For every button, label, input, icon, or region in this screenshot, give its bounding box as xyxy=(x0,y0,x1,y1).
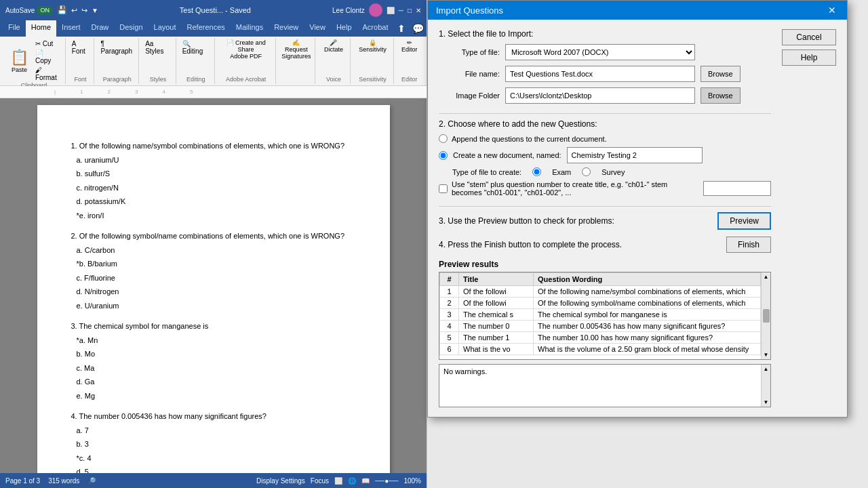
sensitivity-button[interactable]: 🔒 Sensitivity xyxy=(356,39,389,53)
display-settings-btn[interactable]: Display Settings xyxy=(256,477,305,485)
minimize-btn[interactable]: ─ xyxy=(399,7,403,14)
ribbon-toggle-icon[interactable]: ⬜ xyxy=(387,7,395,14)
finish-button[interactable]: Finish xyxy=(726,237,771,253)
stem-checkbox[interactable] xyxy=(439,184,448,193)
dialog-content-area: 1. Select the file to Import: Type of fi… xyxy=(428,20,847,417)
table-row: 6 What is the vo What is the volume of a… xyxy=(440,344,770,355)
warnings-scrollbar[interactable]: ▲ ▼ xyxy=(761,365,770,407)
scroll-thumb[interactable] xyxy=(763,309,770,323)
exam-radio[interactable] xyxy=(532,167,541,176)
paste-icon: 📋 xyxy=(10,49,28,66)
table-scrollbar[interactable]: ▲ ▼ xyxy=(761,272,770,359)
warnings-scroll-up[interactable]: ▲ xyxy=(762,365,770,373)
row-wording: What is the volume of a 2.50 gram block … xyxy=(534,344,761,355)
file-browse-button[interactable]: Browse xyxy=(701,66,741,82)
tab-help[interactable]: Help xyxy=(331,20,357,37)
tab-file[interactable]: File xyxy=(3,20,26,37)
comments-icon[interactable]: 💬 xyxy=(410,20,427,37)
file-type-select[interactable]: Microsoft Word 2007 (DOCX) xyxy=(505,44,695,60)
save-icon[interactable]: 💾 xyxy=(57,5,67,15)
copy-button[interactable]: 📄 Copy xyxy=(33,49,61,65)
row-wording: The chemical symbol for manganese is xyxy=(534,309,761,321)
q2-answer-c: c. F/fluorine xyxy=(77,272,356,284)
file-name-input[interactable] xyxy=(505,66,695,82)
styles-group: Aa Styles Styles xyxy=(140,38,176,84)
tab-draw[interactable]: Draw xyxy=(86,20,115,37)
create-radio[interactable] xyxy=(439,151,448,160)
file-name-label: File name: xyxy=(439,70,500,78)
warnings-scroll-down[interactable]: ▼ xyxy=(762,398,770,407)
image-folder-input[interactable] xyxy=(505,87,695,104)
row-title: The number 1 xyxy=(459,332,534,344)
q3-answer-c: c. Ma xyxy=(77,363,356,374)
word-document-area[interactable]: 1. Of the following name/symbol combinat… xyxy=(0,98,427,473)
row-num: 2 xyxy=(440,298,459,309)
editor-button[interactable]: ✏ Editor xyxy=(399,39,420,53)
share-icon[interactable]: ⬆ xyxy=(393,20,410,37)
survey-radio[interactable] xyxy=(582,167,591,176)
tab-references[interactable]: References xyxy=(182,20,231,37)
preview-button[interactable]: Preview xyxy=(717,212,771,230)
cancel-button[interactable]: Cancel xyxy=(782,29,836,45)
sensitivity-label: Sensitivity xyxy=(359,76,387,83)
format-painter-button[interactable]: 🖌 Format xyxy=(33,66,61,82)
styles-button[interactable]: Aa Styles xyxy=(144,39,171,56)
dialog-titlebar: Import Questions ✕ xyxy=(428,1,847,20)
append-radio[interactable] xyxy=(439,134,448,143)
focus-btn[interactable]: Focus xyxy=(311,477,329,485)
stem-input[interactable] xyxy=(703,181,771,196)
tab-mailings[interactable]: Mailings xyxy=(231,20,269,37)
word-titlebar: AutoSave ON 💾 ↩ ↪ ▼ Test Questi... - Sav… xyxy=(0,0,427,20)
document-name-input[interactable] xyxy=(567,147,703,163)
tab-review[interactable]: Review xyxy=(269,20,304,37)
paragraph-button[interactable]: ¶ Paragraph xyxy=(100,39,134,56)
font-button[interactable]: A Font xyxy=(71,39,90,56)
zoom-level[interactable]: 100% xyxy=(403,477,421,485)
redo-icon[interactable]: ↪ xyxy=(81,6,87,15)
image-browse-button[interactable]: Browse xyxy=(701,87,741,104)
word-statusbar: Page 1 of 3 315 words 🔎 Display Settings… xyxy=(0,473,427,488)
dialog-close-btn[interactable]: ✕ xyxy=(825,5,839,16)
editing-button[interactable]: 🔍 Editing xyxy=(182,39,210,56)
scroll-up-arrow[interactable]: ▲ xyxy=(762,272,770,281)
q4-answer-d: d. 5 xyxy=(77,466,356,473)
read-mode-btn[interactable]: 📖 xyxy=(361,477,370,485)
request-sig-button[interactable]: ✍ RequestSignatures xyxy=(281,39,311,60)
scroll-down-arrow[interactable]: ▼ xyxy=(762,350,770,359)
dialog-overlay: Import Questions ✕ 1. Select the file to… xyxy=(427,0,868,488)
tab-home[interactable]: Home xyxy=(26,20,56,37)
row-wording: The number 0.005436 has how many signifi… xyxy=(534,321,761,332)
dictate-button[interactable]: 🎤 Dictate xyxy=(321,39,346,53)
editor-group: ✏ Editor Editor xyxy=(395,38,424,84)
word-ribbon: File Home Insert Draw Design Layout Refe… xyxy=(0,20,427,86)
adobe-button[interactable]: 📄 Create and ShareAdobe PDF xyxy=(220,39,271,60)
section-select-file: 1. Select the file to Import: Type of fi… xyxy=(439,29,771,104)
cut-button[interactable]: ✂ Cut xyxy=(33,39,61,48)
table-header-row: # Title Question Wording xyxy=(440,273,770,286)
survey-label: Survey xyxy=(601,168,625,176)
table-row: 1 Of the followi Of the following name/s… xyxy=(440,286,770,298)
row-wording: The number 10.00 has how many significan… xyxy=(534,332,761,344)
editing-group: 🔍 Editing Editing xyxy=(178,38,215,84)
autosave-toggle[interactable]: ON xyxy=(37,6,53,14)
customize-icon[interactable]: ▼ xyxy=(92,7,98,14)
zoom-slider[interactable]: ──●── xyxy=(375,477,398,485)
tab-layout[interactable]: Layout xyxy=(149,20,182,37)
tab-design[interactable]: Design xyxy=(114,20,148,37)
tab-view[interactable]: View xyxy=(304,20,331,37)
exam-label: Exam xyxy=(552,168,571,176)
row-num: 1 xyxy=(440,286,459,298)
help-button[interactable]: Help xyxy=(782,49,836,66)
print-layout-btn[interactable]: ⬜ xyxy=(334,477,342,485)
web-layout-btn[interactable]: 🌐 xyxy=(348,477,356,485)
maximize-btn[interactable]: □ xyxy=(408,7,412,14)
undo-icon[interactable]: ↩ xyxy=(71,6,77,15)
tab-insert[interactable]: Insert xyxy=(56,20,86,37)
paste-button[interactable]: 📋 Paste xyxy=(7,47,32,75)
row-title: What is the vo xyxy=(459,344,534,355)
question-2-text: 2. Of the following symbol/name combinat… xyxy=(71,230,356,242)
page-indicator: Page 1 of 3 xyxy=(5,477,40,485)
preview-table-container[interactable]: # Title Question Wording 1 Of the follow… xyxy=(439,272,771,360)
tab-acrobat[interactable]: Acrobat xyxy=(357,20,394,37)
close-btn[interactable]: ✕ xyxy=(416,7,421,14)
